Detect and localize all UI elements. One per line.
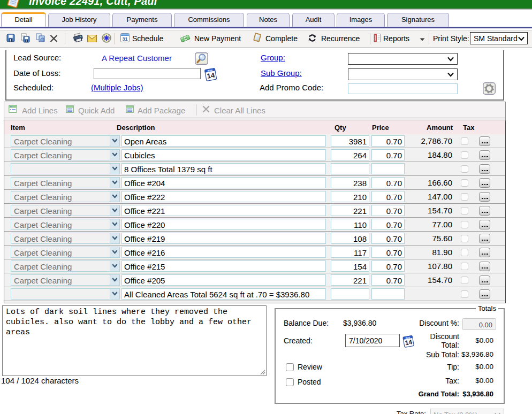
- svg-text:31: 31: [122, 36, 127, 42]
